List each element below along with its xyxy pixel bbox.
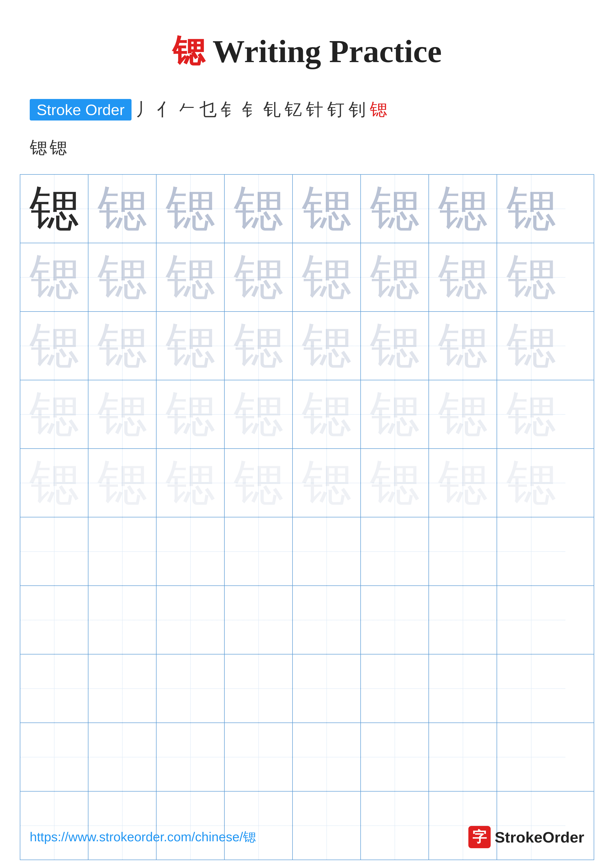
grid-cell[interactable]	[157, 518, 225, 586]
brand-icon: 字	[468, 826, 491, 848]
grid-cell[interactable]	[89, 654, 157, 722]
grid-cell: 锶	[497, 243, 565, 311]
grid-cell[interactable]	[293, 792, 361, 860]
grid-cell[interactable]	[361, 723, 429, 791]
stroke-seq-11: 钊	[348, 98, 366, 121]
stroke-seq-2: 亻	[157, 98, 174, 121]
grid-cell[interactable]	[157, 723, 225, 791]
grid-cell: 锶	[225, 380, 293, 448]
grid-cell[interactable]	[497, 586, 565, 654]
grid-cell[interactable]	[89, 723, 157, 791]
grid-cell[interactable]	[20, 723, 89, 791]
grid-row-6	[20, 518, 594, 586]
footer-brand: 字 StrokeOrder	[468, 826, 584, 848]
grid-cell[interactable]	[20, 586, 89, 654]
grid-cell: 锶	[89, 243, 157, 311]
footer-url[interactable]: https://www.strokeorder.com/chinese/锶	[30, 828, 256, 846]
grid-cell: 锶	[429, 380, 497, 448]
grid-cell[interactable]	[225, 792, 293, 860]
grid-row-4: 锶 锶 锶 锶 锶 锶 锶 锶	[20, 380, 594, 449]
grid-cell[interactable]	[361, 586, 429, 654]
grid-cell[interactable]	[429, 723, 497, 791]
grid-cell: 锶	[157, 312, 225, 380]
title-chinese-char: 锶	[173, 33, 205, 69]
grid-cell: 锶	[20, 175, 89, 243]
stroke-seq-10: 钉	[327, 98, 345, 121]
grid-cell[interactable]	[157, 792, 225, 860]
grid-cell[interactable]	[89, 586, 157, 654]
grid-cell: 锶	[293, 175, 361, 243]
grid-cell: 锶	[20, 312, 89, 380]
grid-cell: 锶	[429, 243, 497, 311]
grid-cell: 锶	[157, 380, 225, 448]
grid-cell[interactable]	[225, 518, 293, 586]
grid-cell[interactable]	[157, 586, 225, 654]
grid-cell: 锶	[20, 380, 89, 448]
grid-cell[interactable]	[20, 518, 89, 586]
grid-row-10	[20, 792, 594, 860]
brand-name: StrokeOrder	[494, 828, 584, 846]
grid-cell: 锶	[89, 380, 157, 448]
grid-cell: 锶	[361, 312, 429, 380]
grid-cell: 锶	[89, 449, 157, 517]
grid-cell: 锶	[361, 449, 429, 517]
grid-cell: 锶	[497, 175, 565, 243]
grid-cell[interactable]	[89, 792, 157, 860]
grid-cell: 锶	[20, 449, 89, 517]
grid-cell[interactable]	[293, 654, 361, 722]
grid-row-2: 锶 锶 锶 锶 锶 锶 锶 锶	[20, 243, 594, 312]
stroke-seq-5: 钅	[221, 98, 238, 121]
grid-cell[interactable]	[293, 586, 361, 654]
grid-cell[interactable]	[225, 654, 293, 722]
stroke-seq-12: 锶	[370, 98, 387, 121]
grid-cell[interactable]	[361, 792, 429, 860]
grid-cell: 锶	[225, 243, 293, 311]
grid-cell[interactable]	[497, 518, 565, 586]
grid-cell[interactable]	[293, 518, 361, 586]
grid-cell[interactable]	[429, 792, 497, 860]
grid-cell[interactable]	[20, 654, 89, 722]
grid-cell: 锶	[429, 312, 497, 380]
grid-cell[interactable]	[361, 654, 429, 722]
stroke-order-badge: Stroke Order	[30, 99, 132, 121]
grid-cell[interactable]	[497, 723, 565, 791]
grid-cell[interactable]	[497, 654, 565, 722]
grid-cell: 锶	[429, 175, 497, 243]
grid-cell[interactable]	[361, 518, 429, 586]
grid-cell: 锶	[293, 380, 361, 448]
grid-cell: 锶	[497, 380, 565, 448]
grid-cell[interactable]	[89, 518, 157, 586]
grid-cell[interactable]	[497, 792, 565, 860]
page-title: 锶 Writing Practice	[0, 0, 614, 88]
stroke-sequence: 丿 亻 𠂉 乜 钅 钅 钆 钇 针 钉 钊 锶	[134, 98, 389, 121]
grid-cell[interactable]	[225, 723, 293, 791]
stroke-seq-7: 钆	[263, 98, 281, 121]
grid-cell: 锶	[361, 175, 429, 243]
grid-row-3: 锶 锶 锶 锶 锶 锶 锶 锶	[20, 312, 594, 380]
grid-cell[interactable]	[429, 518, 497, 586]
stroke-seq-6: 钅	[242, 98, 259, 121]
stroke-order-section: Stroke Order 丿 亻 𠂉 乜 钅 钅 钆 钇 针 钉 钊 锶	[0, 88, 614, 136]
grid-cell: 锶	[225, 175, 293, 243]
grid-row-5: 锶 锶 锶 锶 锶 锶 锶 锶	[20, 449, 594, 518]
title-english: Writing Practice	[205, 33, 442, 69]
grid-cell: 锶	[497, 449, 565, 517]
grid-cell: 锶	[497, 312, 565, 380]
grid-cell: 锶	[89, 175, 157, 243]
stroke-row2: 锶 锶	[0, 136, 614, 174]
practice-grid: 锶 锶 锶 锶 锶 锶 锶 锶 锶 锶 锶 锶 锶 锶 锶 锶 锶 锶 锶 锶 …	[20, 174, 594, 860]
grid-cell: 锶	[157, 175, 225, 243]
grid-row-1: 锶 锶 锶 锶 锶 锶 锶 锶	[20, 175, 594, 243]
grid-cell: 锶	[293, 312, 361, 380]
stroke-seq-3: 𠂉	[178, 100, 196, 119]
stroke-seq-8: 钇	[284, 98, 302, 121]
grid-cell[interactable]	[157, 654, 225, 722]
grid-cell: 锶	[361, 380, 429, 448]
grid-cell[interactable]	[429, 586, 497, 654]
grid-cell[interactable]	[225, 586, 293, 654]
grid-cell[interactable]	[293, 723, 361, 791]
grid-cell[interactable]	[20, 792, 89, 860]
grid-cell[interactable]	[429, 654, 497, 722]
grid-row-7	[20, 586, 594, 654]
grid-cell: 锶	[293, 243, 361, 311]
